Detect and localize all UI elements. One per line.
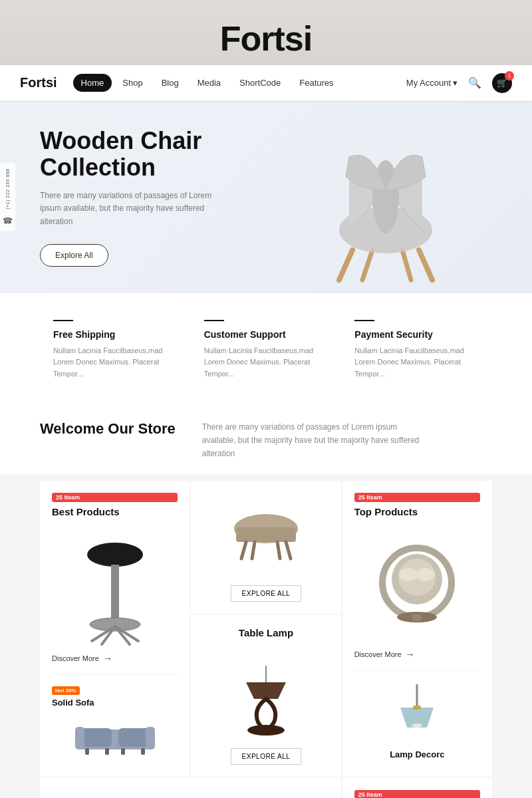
feature-line-2 (204, 320, 224, 321)
table-lamp-card: Table Lamp EXPLORE ALL (191, 615, 340, 777)
sofa-hot-badge: Hot 39% (52, 686, 80, 695)
best-products-card: 25 Iteam Best Products Discover More → (40, 481, 190, 777)
nav-home[interactable]: Home (73, 74, 112, 92)
new-badge: 25 Iteam (354, 790, 480, 798)
svg-line-25 (286, 542, 291, 559)
svg-line-26 (252, 542, 255, 559)
chevron-down-icon: ▾ (453, 78, 458, 88)
feature-desc-support: Nullam Lacinia Faucilbaseus,mad Lorem Do… (204, 345, 329, 380)
nav-features[interactable]: Features (291, 74, 341, 92)
feature-payment: Payment Security Nullam Lacinia Faucilba… (341, 320, 492, 380)
navbar-brand[interactable]: Fortsi (20, 75, 57, 90)
top-product-name: Top Products (354, 506, 480, 517)
top-discover-text: Discover More (354, 650, 402, 658)
svg-rect-34 (412, 614, 422, 621)
svg-rect-7 (111, 565, 119, 618)
hero-section: (+1) 222 245 888 ☎ Wooden Chair Collecti… (0, 101, 532, 293)
svg-line-2 (362, 250, 372, 280)
svg-rect-18 (85, 748, 89, 755)
nav-media[interactable]: Media (190, 74, 229, 92)
table-lamp-explore-btn[interactable]: EXPLORE ALL (231, 748, 302, 765)
svg-rect-23 (236, 527, 296, 542)
svg-point-6 (87, 543, 143, 567)
top-products-card: 25 Iteam Top Products Discover More → (342, 481, 492, 777)
feature-title-shipping: Free Shipping (53, 329, 178, 340)
nav-shortcode[interactable]: ShortCode (231, 74, 289, 92)
sofa-image (52, 713, 178, 759)
site-title: Fortsi (0, 19, 532, 59)
search-icon[interactable]: 🔍 (468, 76, 481, 89)
phone-text: (+1) 222 245 888 (5, 169, 10, 210)
solid-wood-image (52, 795, 184, 798)
feature-shipping: Free Shipping Nullam Lacinia Faucilbaseu… (40, 320, 191, 380)
svg-rect-21 (141, 748, 145, 755)
best-product-image (52, 528, 178, 648)
cart-button[interactable]: 🛒 1 (492, 73, 512, 93)
new-products-card: 25 Iteam New Products Discover More (342, 778, 492, 798)
feature-support: Customer Support Nullam Lacinia Faucilba… (191, 320, 342, 380)
svg-point-8 (90, 618, 140, 631)
top-arrow-right-icon: → (406, 649, 415, 660)
best-badge: 25 Iteam (52, 493, 178, 502)
feature-desc-payment: Nullam Lacinia Faucilbaseus,mad Lorem Do… (354, 345, 479, 380)
best-discover-link[interactable]: Discover More → (52, 653, 178, 664)
navbar: Fortsi Home Shop Blog Media ShortCode Fe… (0, 65, 532, 101)
hero-title: Wooden Chair Collection (40, 128, 266, 180)
my-account-link[interactable]: My Account ▾ (406, 78, 458, 88)
svg-point-37 (412, 724, 422, 728)
nav-links: Home Shop Blog Media ShortCode Features (73, 74, 406, 92)
feature-line-3 (354, 320, 374, 321)
svg-rect-16 (75, 727, 84, 749)
table-lamp-name: Table Lamp (203, 627, 329, 638)
lamp-decorc-image (354, 684, 480, 744)
top-discover-link[interactable]: Discover More → (354, 649, 480, 660)
svg-rect-20 (121, 748, 125, 755)
middle-top-card: EXPLORE ALL (191, 481, 340, 614)
explore-all-button[interactable]: Explore All (40, 244, 108, 267)
nav-blog[interactable]: Blog (154, 74, 187, 92)
welcome-desc: There are many variations of passages of… (202, 420, 428, 461)
arrow-right-icon: → (103, 653, 112, 664)
svg-rect-36 (413, 706, 421, 710)
svg-point-31 (399, 568, 418, 581)
side-contact: (+1) 222 245 888 ☎ (0, 164, 15, 231)
welcome-title: Welcome Our Store (40, 420, 176, 438)
feature-desc-shipping: Nullam Lacinia Faucilbaseus,mad Lorem Do… (53, 345, 178, 380)
svg-line-0 (339, 250, 352, 280)
svg-rect-19 (105, 748, 109, 755)
cart-badge: 1 (505, 71, 514, 80)
site-title-bar: Fortsi (0, 0, 532, 65)
lamp-decorc-name: Lamp Decorc (354, 749, 480, 759)
feature-line (53, 320, 73, 321)
svg-line-24 (241, 542, 246, 559)
hero-content: Wooden Chair Collection There are many v… (40, 128, 266, 267)
svg-rect-17 (146, 727, 155, 749)
best-product-name: Best Products (52, 506, 178, 517)
phone-icon[interactable]: ☎ (3, 216, 13, 225)
sofa-name: Solid Sofa (52, 698, 178, 708)
nav-shop[interactable]: Shop (114, 74, 150, 92)
middle-top-explore-btn[interactable]: EXPLORE ALL (231, 585, 302, 602)
svg-line-1 (419, 250, 432, 280)
middle-top-image (203, 498, 329, 581)
nav-right: My Account ▾ 🔍 🛒 1 (406, 73, 512, 93)
top-product-image (354, 528, 480, 644)
feature-title-support: Customer Support (204, 329, 329, 340)
svg-point-32 (416, 568, 435, 581)
svg-line-27 (277, 542, 280, 559)
svg-point-38 (247, 725, 285, 735)
welcome-section: Welcome Our Store There are many variati… (0, 394, 532, 474)
discover-more-text: Discover More (52, 654, 99, 662)
svg-rect-15 (118, 728, 150, 747)
feature-title-payment: Payment Security (354, 329, 479, 340)
products-grid: 25 Iteam Best Products Discover More → (0, 474, 532, 798)
solid-wood-card: NEW COMES Solid Wood Table EXPLORE ALL (40, 778, 341, 798)
hero-chair-image (279, 108, 492, 287)
svg-rect-14 (80, 728, 112, 747)
hero-desc: There are many variations of passages of… (40, 190, 226, 228)
table-lamp-image (203, 649, 329, 743)
top-badge: 25 Iteam (354, 493, 480, 502)
svg-line-3 (402, 250, 411, 280)
features-bar: Free Shipping Nullam Lacinia Faucilbaseu… (0, 293, 532, 394)
